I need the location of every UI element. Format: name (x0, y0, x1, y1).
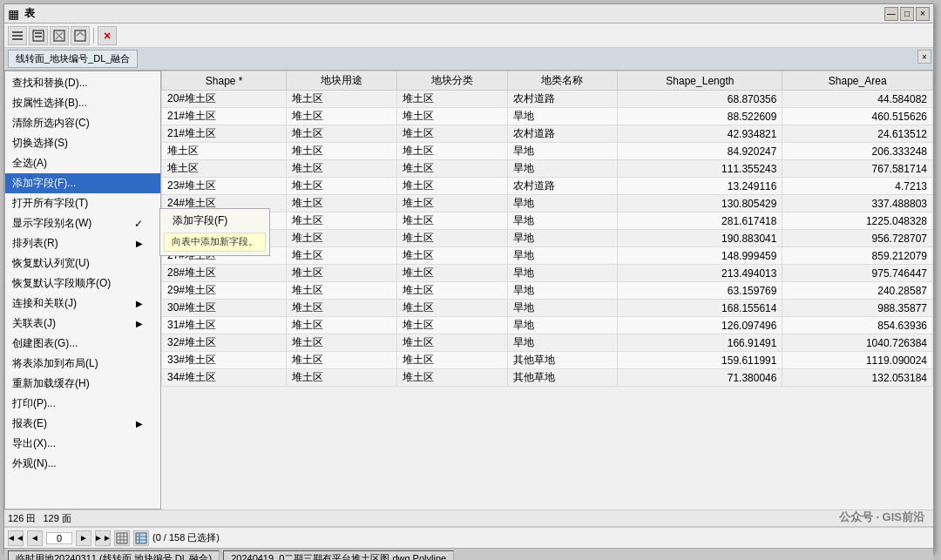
table-cell: 堆土区 (287, 369, 397, 387)
nav-prev-button[interactable]: ◄ (27, 530, 43, 546)
col-header-shape-length[interactable]: Shape_Length (618, 71, 782, 91)
menu-item-restore-columns[interactable]: 恢复默认列宽(U) (5, 253, 160, 273)
submenu-add-field-item[interactable]: 添加字段(F) (160, 211, 269, 231)
toolbar-menu-btn[interactable] (8, 26, 27, 45)
check-icon: ✓ (134, 218, 143, 230)
title-bar-left: ▦ 表 (8, 6, 35, 21)
menu-item-create-chart[interactable]: 创建图表(G)... (5, 334, 160, 354)
data-table-wrapper[interactable]: Shape * 地块用途 地块分类 地类名称 Shape_Length Shap… (161, 71, 933, 509)
toolbar: × (4, 24, 933, 48)
menu-item-attribute-select-label: 按属性选择(B)... (12, 96, 87, 111)
table-cell: 166.91491 (618, 334, 782, 352)
table-cell: 1225.048328 (782, 213, 933, 230)
table-cell: 堆土区 (287, 334, 397, 352)
table-cell: 堆土区 (287, 282, 397, 300)
menu-item-sort-list[interactable]: 排列表(R) ▶ (5, 233, 160, 253)
table-cell: 堆土区 (397, 125, 508, 143)
table-cell: 旱地 (507, 265, 618, 282)
minimize-button[interactable]: — (884, 7, 898, 21)
table-cell: 农村道路 (507, 125, 618, 143)
table-options-icon (11, 30, 24, 42)
svg-rect-10 (117, 533, 127, 543)
menu-item-appearance[interactable]: 外观(N)... (5, 454, 160, 474)
menu-item-open-all-fields-label: 打开所有字段(T) (12, 196, 88, 211)
table-view-icon[interactable] (114, 530, 130, 546)
toolbar-icon-btn-1[interactable] (29, 26, 48, 45)
menu-item-join-relate[interactable]: 连接和关联(J) ▶ (5, 293, 160, 314)
table-cell: 农村道路 (507, 178, 618, 195)
watermark: 公众号 · GIS前沿 (839, 509, 924, 525)
menu-item-sort-list-label: 排列表(R) (12, 236, 58, 251)
menu-item-add-field[interactable]: 添加字段(F)... (5, 173, 160, 193)
col-header-shape[interactable]: Shape * (162, 71, 287, 91)
menu-item-report[interactable]: 报表(E) ▶ (5, 414, 160, 434)
nav-last-button[interactable]: ►► (95, 530, 111, 546)
table-cell: 堆土区 (397, 160, 508, 178)
menu-item-show-aliases[interactable]: 显示字段别名(W) ✓ (5, 213, 160, 233)
table-cell: 旱地 (507, 317, 618, 334)
table-cell: 21#堆土区 (162, 108, 287, 125)
summary-icon[interactable] (133, 530, 149, 546)
table-cell: 148.999459 (618, 247, 782, 265)
tab-close-button[interactable]: × (917, 50, 931, 64)
menu-item-open-all-fields[interactable]: 打开所有字段(T) (5, 193, 160, 213)
menu-item-report-label: 报表(E) (12, 416, 47, 431)
switch-icon (74, 30, 86, 42)
menu-item-reload[interactable]: 重新加载缓存(H) (5, 374, 160, 394)
table-cell: 29#堆土区 (162, 282, 287, 300)
menu-item-clear-selection[interactable]: 清除所选内容(C) (5, 113, 160, 133)
context-menu: 查找和替换(D)... 按属性选择(B)... 清除所选内容(C) 切换选择(S… (4, 71, 161, 509)
menu-item-add-to-layout-label: 将表添加到布局(L) (12, 356, 98, 371)
bottom-status-bar: 临时用地20240311 (线转面 地块编号 DL 融合) 20240419_0… (4, 548, 933, 560)
nav-next-button[interactable]: ► (76, 530, 91, 546)
table-cell: 堆土区 (397, 247, 508, 265)
menu-item-restore-order[interactable]: 恢复默认字段顺序(O) (5, 273, 160, 293)
col-header-land-name[interactable]: 地类名称 (507, 71, 618, 91)
table-row: 25#堆土区堆土区堆土区旱地281.6174181225.048328 (162, 213, 933, 230)
col-header-shape-area[interactable]: Shape_Area (782, 71, 933, 91)
table-cell: 281.617418 (618, 213, 782, 230)
toolbar-icon-btn-3[interactable] (71, 26, 90, 45)
source-info: 20240419_0二期三期有平台堆土区图.dwg Polyline (223, 550, 454, 560)
table-cell: 71.380046 (618, 369, 782, 387)
menu-item-attribute-select[interactable]: 按属性选择(B)... (5, 93, 160, 113)
table-tab[interactable]: 线转面_地块编号_DL_融合 (8, 50, 138, 68)
restore-button[interactable]: □ (900, 7, 914, 21)
table-cell: 旱地 (507, 282, 618, 300)
close-button[interactable]: × (916, 7, 930, 21)
toolbar-icon-btn-2[interactable] (50, 26, 69, 45)
table-cell: 旱地 (507, 230, 618, 247)
toolbar-delete-btn[interactable]: × (98, 26, 117, 45)
col-header-land-use[interactable]: 地块用途 (287, 71, 397, 91)
table-cell: 44.584082 (782, 91, 933, 108)
table-cell: 859.212079 (782, 247, 933, 265)
table-cell: 堆土区 (162, 143, 287, 160)
table-cell: 975.746447 (782, 265, 933, 282)
menu-item-relate[interactable]: 关联表(J) ▶ (5, 314, 160, 334)
menu-item-print[interactable]: 打印(P)... (5, 394, 160, 414)
table-row: 28#堆土区堆土区堆土区旱地213.494013975.746447 (162, 265, 933, 282)
col-header-land-class[interactable]: 地块分类 (397, 71, 508, 91)
menu-item-switch-select[interactable]: 切换选择(S) (5, 133, 160, 153)
table-cell: 堆土区 (287, 247, 397, 265)
menu-item-select-all[interactable]: 全选(A) (5, 153, 160, 173)
table-cell: 堆土区 (397, 108, 508, 125)
table-cell: 旱地 (507, 300, 618, 317)
table-cell: 854.63936 (782, 317, 933, 334)
table-row: 20#堆土区堆土区堆土区农村道路68.87035644.584082 (162, 91, 933, 108)
current-page[interactable]: 0 (46, 532, 72, 544)
table-cell: 32#堆土区 (162, 334, 287, 352)
menu-item-export[interactable]: 导出(X)... (5, 434, 160, 454)
table-cell: 堆土区 (287, 213, 397, 230)
table-cell: 33#堆土区 (162, 352, 287, 369)
toolbar-separator-1 (93, 28, 94, 44)
nav-first-button[interactable]: ◄◄ (8, 530, 24, 546)
table-cell: 68.870356 (618, 91, 782, 108)
menu-item-add-to-layout[interactable]: 将表添加到布局(L) (5, 354, 160, 374)
svg-rect-2 (12, 38, 23, 40)
menu-item-join-relate-label: 连接和关联(J) (12, 296, 77, 311)
table-cell: 767.581714 (782, 160, 933, 178)
table-cell: 堆土区 (397, 300, 508, 317)
menu-item-find-replace[interactable]: 查找和替换(D)... (5, 73, 160, 93)
table-cell: 旱地 (507, 108, 618, 125)
